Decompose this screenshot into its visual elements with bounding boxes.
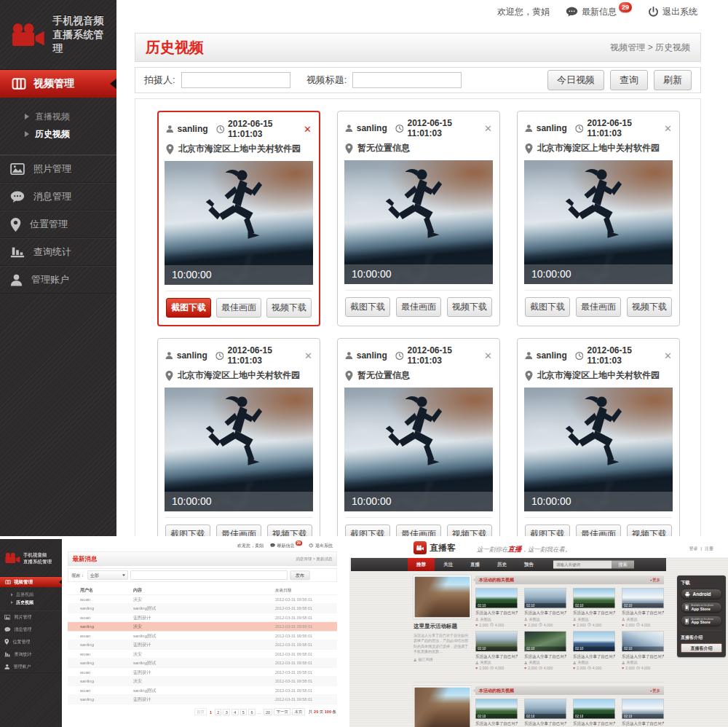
mini-sidebar-item-history-video[interactable]: 历史视频 xyxy=(11,599,62,607)
sidebar-item-message-mgmt[interactable]: 消息管理 xyxy=(0,183,116,211)
video-card-selected[interactable]: sanling 2012-06-15 11:01:03 ✕ 北京市海淀区上地中关… xyxy=(157,111,320,326)
video-card[interactable]: sanling 2012-06-15 11:01:03 ✕ 北京市海淀区上地中关… xyxy=(157,338,320,536)
mini-sidebar-item-message-mgmt[interactable]: 消息管理 xyxy=(0,624,62,636)
screenshot-download-button[interactable]: 截图下载 xyxy=(345,297,390,317)
video-thumbnail[interactable]: 02:10 xyxy=(475,699,518,719)
video-thumbnail[interactable]: 02:10 xyxy=(524,699,566,719)
close-icon[interactable]: ✕ xyxy=(484,351,492,361)
close-icon[interactable]: ✕ xyxy=(664,124,672,133)
video-thumbnail[interactable]: 10:00:00 xyxy=(524,388,673,511)
video-download-button[interactable]: 视频下载 xyxy=(627,297,672,317)
best-frame-button[interactable]: 最佳画面 xyxy=(396,297,441,317)
site-video-card[interactable]: 02:10 乐活达人分享了自己对产品 xyxy=(475,699,518,726)
screenshot-download-button[interactable]: 截图下载 xyxy=(345,524,390,536)
video-thumbnail[interactable]: 10:00:00 xyxy=(344,160,493,284)
nickname-select[interactable]: 全部 xyxy=(88,571,128,580)
appstore-download-button[interactable]: Available on the phoneApp Store xyxy=(681,602,722,613)
video-download-button[interactable]: 视频下载 xyxy=(266,298,312,318)
pager-first[interactable]: 首页 xyxy=(194,709,207,716)
table-row[interactable]: woan sanling测试 2012-03-31 09:58:01 xyxy=(68,632,337,641)
table-row[interactable]: woan 蓝图设计 2012-03-31 09:58:01 xyxy=(68,668,337,677)
tab-follow[interactable]: 关注 xyxy=(435,558,462,571)
site-video-card[interactable]: 02:10 乐活达人分享了自己对产品 美图说 ♥2,0004,000 xyxy=(475,632,518,671)
logout-link[interactable]: 退出系统 xyxy=(648,6,697,18)
video-thumbnail[interactable]: 02:10 xyxy=(622,588,664,608)
table-row[interactable]: sanling 蓝图设计 2012-03-31 09:58:01 xyxy=(68,640,337,650)
pager-page[interactable]: 2 xyxy=(215,709,221,715)
sidebar-item-account-mgmt[interactable]: 管理账户 xyxy=(0,266,116,294)
pager-page[interactable]: 5 xyxy=(240,709,247,715)
video-card[interactable]: sanling 2012-06-15 11:01:03 ✕ 暂无位置信息 xyxy=(337,111,500,326)
best-frame-button[interactable]: 最佳画面 xyxy=(396,524,441,536)
video-download-button[interactable]: 视频下载 xyxy=(627,524,672,536)
video-thumbnail[interactable]: 10:00:00 xyxy=(524,160,673,284)
mini-sidebar-item-photo-mgmt[interactable]: 照片管理 xyxy=(0,611,62,624)
table-row[interactable]: sanling 沃安 2012-03-31 09:58:01 xyxy=(68,677,337,686)
refresh-button[interactable]: 刷新 xyxy=(654,70,692,90)
mini-sidebar-item-live-video[interactable]: 直播视频 xyxy=(11,591,62,599)
table-row-highlighted[interactable]: sanling 沃安 2012-03-31 09:58:01 xyxy=(68,622,337,632)
video-thumbnail[interactable]: 02:10 xyxy=(573,632,615,652)
tab-recommend[interactable]: 推荐 xyxy=(408,558,435,571)
tab-preview[interactable]: 预告 xyxy=(515,558,542,571)
site-video-card[interactable]: 02:10 乐活达人分享了自己对产品 xyxy=(573,699,615,726)
video-download-button[interactable]: 视频下载 xyxy=(447,297,492,317)
pager-page-last-num[interactable]: 20 xyxy=(264,709,272,715)
pager-next[interactable]: 下一页 xyxy=(274,709,291,716)
pager-page[interactable]: 4 xyxy=(232,709,238,715)
sidebar-item-location-mgmt[interactable]: 位置管理 xyxy=(0,211,116,238)
video-thumbnail[interactable]: 02:10 xyxy=(475,632,518,652)
search-button[interactable]: 搜索 xyxy=(612,561,634,569)
mini-sidebar-item-location-mgmt[interactable]: 位置管理 xyxy=(0,636,62,648)
video-thumbnail[interactable]: 02:10 xyxy=(573,588,615,608)
video-thumbnail[interactable]: 02:10 xyxy=(622,699,664,719)
video-download-button[interactable]: 视频下载 xyxy=(447,524,492,536)
mini-sidebar-item-stats[interactable]: 查询统计 xyxy=(0,648,62,661)
mini-sidebar-item-account-mgmt[interactable]: 管理账户 xyxy=(0,661,62,673)
sidebar-item-video-mgmt[interactable]: 视频管理 xyxy=(0,70,116,98)
table-row[interactable]: woan sanling测试 2012-03-31 09:58:01 xyxy=(68,686,337,696)
latest-messages-link[interactable]: 最新信息 29 xyxy=(270,542,302,549)
video-thumbnail[interactable]: 02:10 xyxy=(524,588,566,608)
site-video-card[interactable]: 02:10 乐活达人分享了自己对产品 xyxy=(622,699,664,726)
register-link[interactable]: 注册 xyxy=(705,546,713,552)
table-row[interactable]: woan 沃安 2012-03-31 09:58:01 xyxy=(68,650,337,659)
pager-page-current[interactable]: 1 xyxy=(209,709,213,715)
android-download-button[interactable]: Android xyxy=(681,589,722,600)
close-icon[interactable]: ✕ xyxy=(304,125,312,134)
best-frame-button[interactable]: 最佳画面 xyxy=(216,524,261,536)
video-title-input[interactable] xyxy=(352,72,462,88)
shooter-input[interactable] xyxy=(181,72,290,88)
table-row[interactable]: woan 沃安 2012-03-31 09:58:01 xyxy=(68,595,337,605)
sidebar-item-stats[interactable]: 查询统计 xyxy=(0,238,116,266)
more-link[interactable]: +更多 xyxy=(650,577,660,583)
latest-messages-link[interactable]: 最新信息 29 xyxy=(566,6,632,18)
table-row[interactable]: woan 蓝图设计 2012-03-31 09:58:01 xyxy=(68,613,337,623)
activity-photo[interactable] xyxy=(414,575,471,618)
appstore-download-button[interactable]: Available on the phoneApp Store xyxy=(681,616,722,626)
table-row[interactable]: sanling sanling测试 2012-03-31 09:58:01 xyxy=(68,604,337,613)
site-video-card[interactable]: 02:10 乐活达人分享了自己对产品 美图说 ♥2,0004,000 xyxy=(573,632,615,671)
table-row[interactable]: sanling sanling测试 2012-03-31 09:58:01 xyxy=(68,659,337,668)
message-input[interactable] xyxy=(131,571,288,580)
activity-photo[interactable] xyxy=(414,686,471,727)
search-input[interactable] xyxy=(553,561,612,569)
today-videos-button[interactable]: 今日视频 xyxy=(547,70,604,90)
video-thumbnail[interactable]: 02:10 xyxy=(622,632,664,652)
site-video-card[interactable]: 02:10 乐活达人分享了自己对产品 美图说 ♥2,0004,000 xyxy=(524,632,566,671)
screenshot-download-button[interactable]: 截图下载 xyxy=(165,524,210,536)
mini-sidebar-item-video-mgmt[interactable]: 视频管理 xyxy=(0,577,62,587)
best-frame-button[interactable]: 最佳画面 xyxy=(576,297,621,317)
video-card[interactable]: sanling 2012-06-15 11:01:03 ✕ 北京市海淀区上地中关… xyxy=(517,111,680,326)
sidebar-item-live-video[interactable]: 直播视频 xyxy=(25,108,116,125)
video-thumbnail[interactable]: 02:10 xyxy=(573,699,615,719)
close-icon[interactable]: ✕ xyxy=(664,351,672,361)
video-card[interactable]: sanling 2012-06-15 11:01:03 ✕ 北京市海淀区上地中关… xyxy=(517,338,680,536)
more-link[interactable]: +更多 xyxy=(650,688,660,693)
tab-history[interactable]: 历史 xyxy=(488,558,515,571)
pager-page[interactable]: 3 xyxy=(223,709,230,715)
best-frame-button[interactable]: 最佳画面 xyxy=(576,524,621,536)
close-icon[interactable]: ✕ xyxy=(484,124,492,133)
site-video-card[interactable]: 02:10 乐活达人分享了自己对产品 xyxy=(524,699,566,726)
logout-link[interactable]: 退出系统 xyxy=(309,542,333,549)
